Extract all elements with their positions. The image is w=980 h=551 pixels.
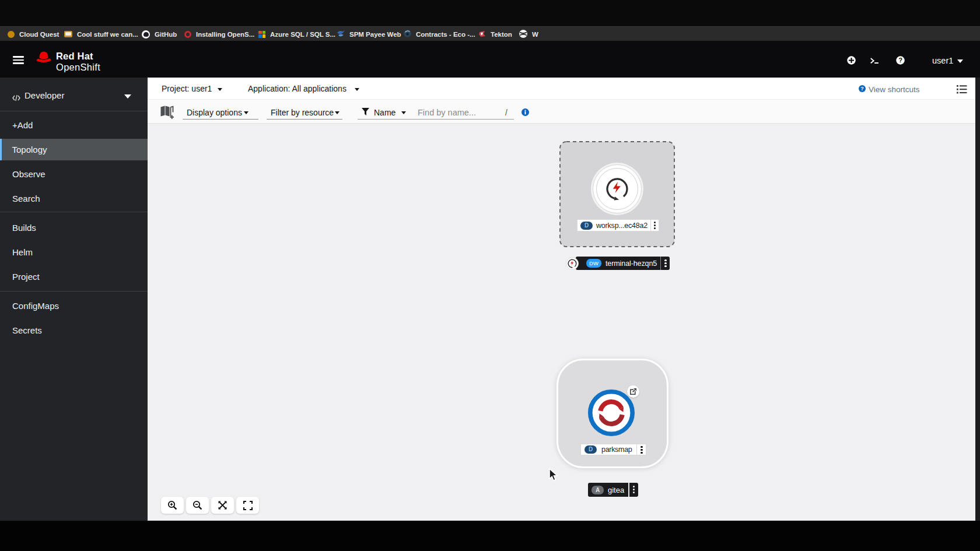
svg-text:?: ? bbox=[860, 86, 864, 92]
svg-text:?: ? bbox=[898, 57, 902, 64]
